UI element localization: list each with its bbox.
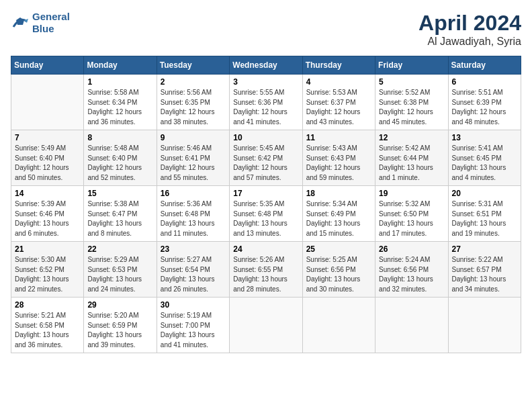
calendar-cell: 1Sunrise: 5:58 AM Sunset: 6:34 PM Daylig… — [84, 75, 157, 130]
cell-content: Sunrise: 5:41 AM Sunset: 6:45 PM Dayligh… — [452, 144, 517, 183]
day-number: 3 — [233, 77, 298, 87]
calendar-cell: 6Sunrise: 5:51 AM Sunset: 6:39 PM Daylig… — [448, 75, 521, 130]
calendar-week-row: 7Sunrise: 5:49 AM Sunset: 6:40 PM Daylig… — [11, 130, 521, 186]
day-number: 15 — [87, 189, 152, 198]
cell-content: Sunrise: 5:36 AM Sunset: 6:48 PM Dayligh… — [161, 199, 226, 238]
calendar-cell: 7Sunrise: 5:49 AM Sunset: 6:40 PM Daylig… — [11, 130, 84, 186]
calendar-cell: 29Sunrise: 5:20 AM Sunset: 6:59 PM Dayli… — [84, 298, 157, 353]
calendar-cell: 23Sunrise: 5:27 AM Sunset: 6:54 PM Dayli… — [157, 242, 229, 298]
weekday-header-cell: Monday — [84, 56, 157, 75]
weekday-header-cell: Saturday — [448, 56, 521, 75]
calendar-cell: 28Sunrise: 5:21 AM Sunset: 6:58 PM Dayli… — [11, 298, 84, 353]
logo-icon — [11, 13, 30, 32]
day-number: 28 — [15, 300, 80, 310]
calendar-cell: 3Sunrise: 5:55 AM Sunset: 6:36 PM Daylig… — [230, 75, 302, 130]
logo-text: General Blue — [32, 11, 70, 35]
day-number: 23 — [161, 244, 226, 254]
cell-content: Sunrise: 5:46 AM Sunset: 6:41 PM Dayligh… — [161, 144, 226, 183]
calendar-week-row: 1Sunrise: 5:58 AM Sunset: 6:34 PM Daylig… — [11, 75, 521, 130]
month-title: April 2024 — [418, 11, 521, 36]
calendar-week-row: 21Sunrise: 5:30 AM Sunset: 6:52 PM Dayli… — [11, 242, 521, 298]
day-number: 6 — [452, 77, 517, 87]
day-number: 17 — [233, 189, 298, 198]
day-number: 2 — [161, 77, 226, 87]
day-number: 14 — [15, 189, 80, 198]
day-number: 21 — [15, 244, 80, 254]
day-number: 30 — [161, 300, 226, 310]
weekday-header-cell: Thursday — [302, 56, 375, 75]
cell-content: Sunrise: 5:21 AM Sunset: 6:58 PM Dayligh… — [15, 311, 80, 350]
weekday-header-cell: Tuesday — [157, 56, 229, 75]
cell-content: Sunrise: 5:29 AM Sunset: 6:53 PM Dayligh… — [87, 255, 152, 294]
calendar-cell: 30Sunrise: 5:19 AM Sunset: 7:00 PM Dayli… — [157, 298, 229, 353]
day-number: 25 — [306, 244, 371, 254]
day-number: 5 — [379, 77, 444, 87]
cell-content: Sunrise: 5:48 AM Sunset: 6:40 PM Dayligh… — [87, 144, 152, 183]
cell-content: Sunrise: 5:32 AM Sunset: 6:50 PM Dayligh… — [379, 199, 444, 238]
calendar-cell: 4Sunrise: 5:53 AM Sunset: 6:37 PM Daylig… — [302, 75, 375, 130]
calendar-cell: 13Sunrise: 5:41 AM Sunset: 6:45 PM Dayli… — [448, 130, 521, 186]
calendar-table: SundayMondayTuesdayWednesdayThursdayFrid… — [11, 56, 521, 353]
cell-content: Sunrise: 5:25 AM Sunset: 6:56 PM Dayligh… — [306, 255, 371, 294]
cell-content: Sunrise: 5:39 AM Sunset: 6:46 PM Dayligh… — [15, 199, 80, 238]
calendar-cell: 24Sunrise: 5:26 AM Sunset: 6:55 PM Dayli… — [230, 242, 302, 298]
cell-content: Sunrise: 5:24 AM Sunset: 6:56 PM Dayligh… — [379, 255, 444, 294]
cell-content: Sunrise: 5:52 AM Sunset: 6:38 PM Dayligh… — [379, 88, 444, 127]
location-title: Al Jawadiyah, Syria — [418, 36, 521, 48]
calendar-cell: 5Sunrise: 5:52 AM Sunset: 6:38 PM Daylig… — [375, 75, 448, 130]
calendar-cell — [11, 75, 84, 130]
weekday-header-cell: Friday — [375, 56, 448, 75]
cell-content: Sunrise: 5:27 AM Sunset: 6:54 PM Dayligh… — [161, 255, 226, 294]
header: General Blue April 2024 Al Jawadiyah, Sy… — [11, 11, 521, 48]
weekday-header-cell: Sunday — [11, 56, 84, 75]
cell-content: Sunrise: 5:22 AM Sunset: 6:57 PM Dayligh… — [452, 255, 517, 294]
day-number: 7 — [15, 133, 80, 142]
cell-content: Sunrise: 5:31 AM Sunset: 6:51 PM Dayligh… — [452, 199, 517, 238]
cell-content: Sunrise: 5:43 AM Sunset: 6:43 PM Dayligh… — [306, 144, 371, 183]
calendar-cell: 12Sunrise: 5:42 AM Sunset: 6:44 PM Dayli… — [375, 130, 448, 186]
calendar-cell: 20Sunrise: 5:31 AM Sunset: 6:51 PM Dayli… — [448, 186, 521, 242]
calendar-cell: 18Sunrise: 5:34 AM Sunset: 6:49 PM Dayli… — [302, 186, 375, 242]
calendar-cell — [230, 298, 302, 353]
day-number: 29 — [87, 300, 152, 310]
day-number: 9 — [161, 133, 226, 142]
calendar-body: 1Sunrise: 5:58 AM Sunset: 6:34 PM Daylig… — [11, 75, 521, 353]
cell-content: Sunrise: 5:30 AM Sunset: 6:52 PM Dayligh… — [15, 255, 80, 294]
cell-content: Sunrise: 5:19 AM Sunset: 7:00 PM Dayligh… — [161, 311, 226, 350]
calendar-cell: 16Sunrise: 5:36 AM Sunset: 6:48 PM Dayli… — [157, 186, 229, 242]
cell-content: Sunrise: 5:53 AM Sunset: 6:37 PM Dayligh… — [306, 88, 371, 127]
calendar-cell: 14Sunrise: 5:39 AM Sunset: 6:46 PM Dayli… — [11, 186, 84, 242]
cell-content: Sunrise: 5:45 AM Sunset: 6:42 PM Dayligh… — [233, 144, 298, 183]
cell-content: Sunrise: 5:55 AM Sunset: 6:36 PM Dayligh… — [233, 88, 298, 127]
calendar-week-row: 14Sunrise: 5:39 AM Sunset: 6:46 PM Dayli… — [11, 186, 521, 242]
cell-content: Sunrise: 5:56 AM Sunset: 6:35 PM Dayligh… — [161, 88, 226, 127]
calendar-cell — [448, 298, 521, 353]
cell-content: Sunrise: 5:35 AM Sunset: 6:48 PM Dayligh… — [233, 199, 298, 238]
calendar-cell: 11Sunrise: 5:43 AM Sunset: 6:43 PM Dayli… — [302, 130, 375, 186]
cell-content: Sunrise: 5:20 AM Sunset: 6:59 PM Dayligh… — [87, 311, 152, 350]
title-area: April 2024 Al Jawadiyah, Syria — [418, 11, 521, 48]
weekday-header-row: SundayMondayTuesdayWednesdayThursdayFrid… — [11, 56, 521, 75]
cell-content: Sunrise: 5:49 AM Sunset: 6:40 PM Dayligh… — [15, 144, 80, 183]
calendar-cell — [375, 298, 448, 353]
cell-content: Sunrise: 5:38 AM Sunset: 6:47 PM Dayligh… — [87, 199, 152, 238]
calendar-cell: 9Sunrise: 5:46 AM Sunset: 6:41 PM Daylig… — [157, 130, 229, 186]
calendar-cell: 10Sunrise: 5:45 AM Sunset: 6:42 PM Dayli… — [230, 130, 302, 186]
day-number: 19 — [379, 189, 444, 198]
cell-content: Sunrise: 5:51 AM Sunset: 6:39 PM Dayligh… — [452, 88, 517, 127]
logo: General Blue — [11, 11, 70, 35]
weekday-header-cell: Wednesday — [230, 56, 302, 75]
calendar-cell: 19Sunrise: 5:32 AM Sunset: 6:50 PM Dayli… — [375, 186, 448, 242]
day-number: 27 — [452, 244, 517, 254]
cell-content: Sunrise: 5:42 AM Sunset: 6:44 PM Dayligh… — [379, 144, 444, 183]
day-number: 22 — [87, 244, 152, 254]
day-number: 16 — [161, 189, 226, 198]
calendar-cell: 25Sunrise: 5:25 AM Sunset: 6:56 PM Dayli… — [302, 242, 375, 298]
day-number: 26 — [379, 244, 444, 254]
day-number: 13 — [452, 133, 517, 142]
calendar-cell: 27Sunrise: 5:22 AM Sunset: 6:57 PM Dayli… — [448, 242, 521, 298]
calendar-cell: 26Sunrise: 5:24 AM Sunset: 6:56 PM Dayli… — [375, 242, 448, 298]
day-number: 1 — [87, 77, 152, 87]
day-number: 20 — [452, 189, 517, 198]
calendar-cell: 22Sunrise: 5:29 AM Sunset: 6:53 PM Dayli… — [84, 242, 157, 298]
